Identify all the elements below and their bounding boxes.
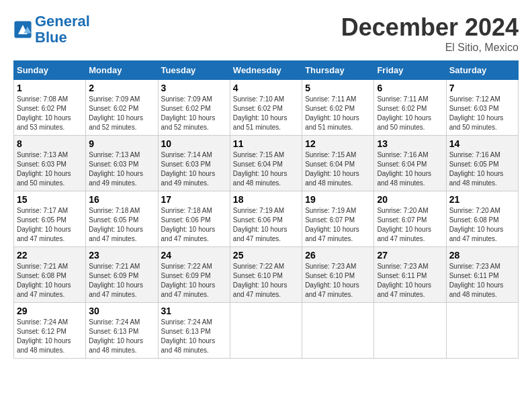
- calendar-cell: [374, 303, 446, 359]
- day-number: 26: [305, 250, 371, 261]
- day-info: Sunrise: 7:21 AM Sunset: 6:08 PM Dayligh…: [17, 262, 83, 300]
- day-number: 11: [233, 138, 299, 149]
- day-number: 24: [161, 250, 227, 261]
- day-number: 12: [305, 138, 371, 149]
- day-number: 3: [161, 83, 227, 93]
- day-number: 15: [17, 194, 83, 205]
- calendar-cell: 17 Sunrise: 7:18 AM Sunset: 6:06 PM Dayl…: [158, 191, 230, 247]
- day-number: 10: [161, 138, 227, 149]
- calendar-cell: 4 Sunrise: 7:10 AM Sunset: 6:02 PM Dayli…: [230, 80, 302, 136]
- day-number: 1: [17, 83, 83, 93]
- day-info: Sunrise: 7:23 AM Sunset: 6:11 PM Dayligh…: [449, 262, 515, 300]
- day-number: 17: [161, 194, 227, 205]
- day-number: 5: [305, 83, 371, 93]
- calendar-cell: [230, 303, 302, 359]
- calendar-cell: 15 Sunrise: 7:17 AM Sunset: 6:05 PM Dayl…: [14, 191, 86, 247]
- calendar-cell: 19 Sunrise: 7:19 AM Sunset: 6:07 PM Dayl…: [302, 191, 374, 247]
- page-header: General Blue December 2024 El Sitio, Mex…: [13, 13, 519, 54]
- col-monday: Monday: [86, 61, 158, 80]
- day-info: Sunrise: 7:13 AM Sunset: 6:03 PM Dayligh…: [17, 150, 83, 188]
- month-title: December 2024: [341, 13, 519, 42]
- day-number: 20: [377, 194, 443, 205]
- calendar-cell: 23 Sunrise: 7:21 AM Sunset: 6:09 PM Dayl…: [86, 247, 158, 303]
- calendar-cell: [302, 303, 374, 359]
- calendar-cell: [446, 303, 518, 359]
- calendar-cell: 11 Sunrise: 7:15 AM Sunset: 6:04 PM Dayl…: [230, 136, 302, 191]
- day-info: Sunrise: 7:15 AM Sunset: 6:04 PM Dayligh…: [305, 150, 371, 188]
- day-number: 7: [449, 83, 515, 93]
- day-info: Sunrise: 7:16 AM Sunset: 6:05 PM Dayligh…: [449, 150, 515, 188]
- day-info: Sunrise: 7:13 AM Sunset: 6:03 PM Dayligh…: [89, 150, 154, 188]
- day-number: 8: [17, 138, 83, 149]
- calendar-cell: 12 Sunrise: 7:15 AM Sunset: 6:04 PM Dayl…: [302, 136, 374, 191]
- day-info: Sunrise: 7:17 AM Sunset: 6:05 PM Dayligh…: [17, 206, 83, 244]
- calendar-cell: 26 Sunrise: 7:23 AM Sunset: 6:10 PM Dayl…: [302, 247, 374, 303]
- calendar-cell: 28 Sunrise: 7:23 AM Sunset: 6:11 PM Dayl…: [446, 247, 518, 303]
- calendar-week-5: 29 Sunrise: 7:24 AM Sunset: 6:12 PM Dayl…: [14, 303, 519, 359]
- day-info: Sunrise: 7:11 AM Sunset: 6:02 PM Dayligh…: [305, 95, 371, 132]
- calendar-cell: 18 Sunrise: 7:19 AM Sunset: 6:06 PM Dayl…: [230, 191, 302, 247]
- calendar-cell: 25 Sunrise: 7:22 AM Sunset: 6:10 PM Dayl…: [230, 247, 302, 303]
- day-number: 31: [161, 306, 227, 316]
- location: El Sitio, Mexico: [341, 42, 519, 54]
- day-info: Sunrise: 7:24 AM Sunset: 6:12 PM Dayligh…: [17, 318, 83, 355]
- logo-text: General Blue: [35, 13, 90, 46]
- day-number: 22: [17, 250, 83, 261]
- day-info: Sunrise: 7:18 AM Sunset: 6:06 PM Dayligh…: [161, 206, 227, 244]
- day-info: Sunrise: 7:10 AM Sunset: 6:02 PM Dayligh…: [233, 95, 299, 132]
- calendar-cell: 7 Sunrise: 7:12 AM Sunset: 6:03 PM Dayli…: [446, 80, 518, 136]
- day-info: Sunrise: 7:15 AM Sunset: 6:04 PM Dayligh…: [233, 150, 299, 188]
- day-info: Sunrise: 7:24 AM Sunset: 6:13 PM Dayligh…: [161, 318, 227, 355]
- day-number: 4: [233, 83, 299, 93]
- calendar-cell: 1 Sunrise: 7:08 AM Sunset: 6:02 PM Dayli…: [14, 80, 86, 136]
- day-info: Sunrise: 7:21 AM Sunset: 6:09 PM Dayligh…: [89, 262, 154, 300]
- day-number: 16: [89, 194, 154, 205]
- calendar-cell: 2 Sunrise: 7:09 AM Sunset: 6:02 PM Dayli…: [86, 80, 158, 136]
- calendar-cell: 22 Sunrise: 7:21 AM Sunset: 6:08 PM Dayl…: [14, 247, 86, 303]
- day-info: Sunrise: 7:19 AM Sunset: 6:07 PM Dayligh…: [305, 206, 371, 244]
- calendar-cell: 10 Sunrise: 7:14 AM Sunset: 6:03 PM Dayl…: [158, 136, 230, 191]
- calendar-cell: 21 Sunrise: 7:20 AM Sunset: 6:08 PM Dayl…: [446, 191, 518, 247]
- day-number: 18: [233, 194, 299, 205]
- calendar-cell: 8 Sunrise: 7:13 AM Sunset: 6:03 PM Dayli…: [14, 136, 86, 191]
- calendar-cell: 20 Sunrise: 7:20 AM Sunset: 6:07 PM Dayl…: [374, 191, 446, 247]
- day-info: Sunrise: 7:09 AM Sunset: 6:02 PM Dayligh…: [161, 95, 227, 132]
- day-number: 27: [377, 250, 443, 261]
- day-number: 14: [449, 138, 515, 149]
- calendar-cell: 30 Sunrise: 7:24 AM Sunset: 6:13 PM Dayl…: [86, 303, 158, 359]
- day-info: Sunrise: 7:20 AM Sunset: 6:07 PM Dayligh…: [377, 206, 443, 244]
- calendar-cell: 3 Sunrise: 7:09 AM Sunset: 6:02 PM Dayli…: [158, 80, 230, 136]
- col-tuesday: Tuesday: [158, 61, 230, 80]
- day-info: Sunrise: 7:22 AM Sunset: 6:10 PM Dayligh…: [233, 262, 299, 300]
- calendar-cell: 29 Sunrise: 7:24 AM Sunset: 6:12 PM Dayl…: [14, 303, 86, 359]
- day-info: Sunrise: 7:12 AM Sunset: 6:03 PM Dayligh…: [449, 95, 515, 132]
- calendar-cell: 13 Sunrise: 7:16 AM Sunset: 6:04 PM Dayl…: [374, 136, 446, 191]
- title-block: December 2024 El Sitio, Mexico: [341, 13, 519, 54]
- calendar-cell: 9 Sunrise: 7:13 AM Sunset: 6:03 PM Dayli…: [86, 136, 158, 191]
- day-info: Sunrise: 7:16 AM Sunset: 6:04 PM Dayligh…: [377, 150, 443, 188]
- col-saturday: Saturday: [446, 61, 518, 80]
- calendar-cell: 16 Sunrise: 7:18 AM Sunset: 6:05 PM Dayl…: [86, 191, 158, 247]
- day-info: Sunrise: 7:14 AM Sunset: 6:03 PM Dayligh…: [161, 150, 227, 188]
- col-friday: Friday: [374, 61, 446, 80]
- day-number: 2: [89, 83, 154, 93]
- day-info: Sunrise: 7:22 AM Sunset: 6:09 PM Dayligh…: [161, 262, 227, 300]
- day-info: Sunrise: 7:20 AM Sunset: 6:08 PM Dayligh…: [449, 206, 515, 244]
- day-info: Sunrise: 7:24 AM Sunset: 6:13 PM Dayligh…: [89, 318, 154, 355]
- calendar-cell: 14 Sunrise: 7:16 AM Sunset: 6:05 PM Dayl…: [446, 136, 518, 191]
- day-info: Sunrise: 7:08 AM Sunset: 6:02 PM Dayligh…: [17, 95, 83, 132]
- calendar-week-4: 22 Sunrise: 7:21 AM Sunset: 6:08 PM Dayl…: [14, 247, 519, 303]
- calendar-table: Sunday Monday Tuesday Wednesday Thursday…: [13, 60, 519, 359]
- day-number: 13: [377, 138, 443, 149]
- col-wednesday: Wednesday: [230, 61, 302, 80]
- day-number: 19: [305, 194, 371, 205]
- calendar-week-1: 1 Sunrise: 7:08 AM Sunset: 6:02 PM Dayli…: [14, 80, 519, 136]
- logo-icon: [13, 20, 32, 39]
- calendar-week-3: 15 Sunrise: 7:17 AM Sunset: 6:05 PM Dayl…: [14, 191, 519, 247]
- day-number: 29: [17, 306, 83, 316]
- calendar-cell: 27 Sunrise: 7:23 AM Sunset: 6:11 PM Dayl…: [374, 247, 446, 303]
- col-sunday: Sunday: [14, 61, 86, 80]
- calendar-cell: 6 Sunrise: 7:11 AM Sunset: 6:02 PM Dayli…: [374, 80, 446, 136]
- calendar-cell: 5 Sunrise: 7:11 AM Sunset: 6:02 PM Dayli…: [302, 80, 374, 136]
- col-thursday: Thursday: [302, 61, 374, 80]
